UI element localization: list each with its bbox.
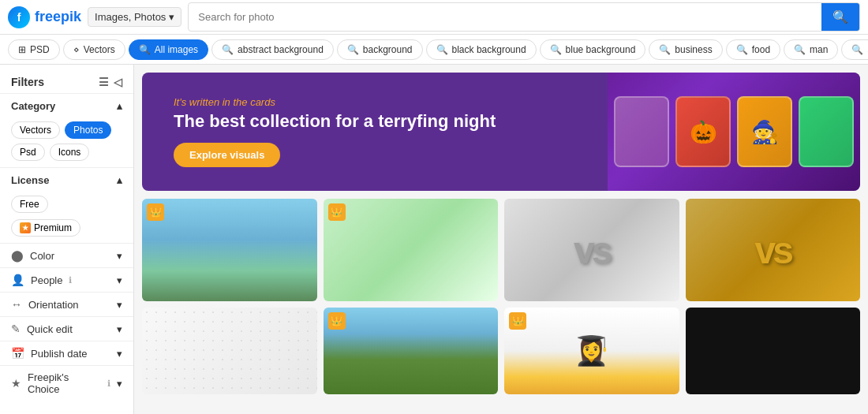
publish-date-label: Publish date <box>31 348 88 360</box>
tab-man-label: man <box>810 44 828 55</box>
quick-edit-label: Quick edit <box>27 323 73 335</box>
tab-vectors-label: Vectors <box>84 44 115 55</box>
filter-tabs-bar: ⊞ PSD ⋄ Vectors 🔍 All images 🔍 abstract … <box>0 35 868 65</box>
quick-edit-toggle[interactable]: ✎ Quick edit <box>0 317 133 341</box>
premium-crown-icon: ★ <box>20 222 31 233</box>
license-premium-button[interactable]: ★ Premium <box>11 219 80 237</box>
tab-black-bg-label: black background <box>452 44 526 55</box>
vs-gold-text: vs <box>755 229 791 272</box>
black-image <box>686 308 861 394</box>
tab-abstract-bg-label: abstract background <box>238 44 324 55</box>
image-card-building[interactable]: 👑 <box>324 308 499 394</box>
premium-crown-badge-2: 👑 <box>328 203 346 221</box>
green-image <box>324 199 499 301</box>
sidebar-section-people: 👤 People ℹ <box>0 267 133 292</box>
tab-background[interactable]: 🔍 background <box>337 39 423 60</box>
sidebar: Filters ☰ ◁ Category Vectors Photos Psd … <box>0 65 134 414</box>
premium-crown-badge-4: 👑 <box>509 312 526 330</box>
promotional-banner[interactable]: It's written in the cards The best colle… <box>142 73 860 191</box>
premium-label: Premium <box>34 222 72 233</box>
tab-blue-bg[interactable]: 🔍 blue background <box>540 39 646 60</box>
freepiks-choice-chevron-down-icon <box>117 378 122 390</box>
food-icon: 🔍 <box>736 44 748 55</box>
license-tags: Free ★ Premium <box>11 196 122 237</box>
orientation-chevron-down-icon <box>117 299 122 311</box>
dots-pattern <box>142 308 317 394</box>
tab-vectors[interactable]: ⋄ Vectors <box>63 39 125 60</box>
category-label: Category <box>11 100 55 112</box>
banner-image-area: 🎃 🧙 <box>608 73 860 191</box>
tab-black-bg[interactable]: 🔍 black background <box>426 39 537 60</box>
tab-business[interactable]: 🔍 business <box>649 39 722 60</box>
color-label: Color <box>30 250 54 262</box>
psd-icon: ⊞ <box>18 44 26 55</box>
image-grid-row1: 👑 👑 vs vs <box>142 199 860 301</box>
search-input[interactable] <box>189 6 821 28</box>
main-layout: Filters ☰ ◁ Category Vectors Photos Psd … <box>0 65 868 414</box>
color-icon: ⬤ <box>11 249 24 262</box>
tab-all-images[interactable]: 🔍 All images <box>129 39 208 60</box>
quick-edit-chevron-down-icon <box>117 323 122 335</box>
tab-business-label: business <box>675 44 712 55</box>
sidebar-section-category: Category Vectors Photos Psd Icons <box>0 93 133 167</box>
license-free-button[interactable]: Free <box>11 196 48 213</box>
search-type-label: Images, Photos <box>95 11 166 23</box>
license-toggle[interactable]: License <box>0 168 133 192</box>
tab-blue-bg-label: blue background <box>566 44 636 55</box>
banner-explore-button[interactable]: Explore visuals <box>174 143 280 167</box>
orientation-icon: ↔ <box>11 298 22 311</box>
premium-crown-badge-1: 👑 <box>147 203 164 221</box>
tab-psd-label: PSD <box>30 44 50 55</box>
sidebar-collapse-button[interactable]: ☰ ◁ <box>99 76 122 88</box>
sidebar-section-license: License Free ★ Premium <box>0 167 133 243</box>
collapse-icon: ◁ <box>114 76 122 88</box>
man-icon: 🔍 <box>794 44 806 55</box>
search-type-selector[interactable]: Images, Photos ▾ <box>88 7 181 27</box>
banner-subtitle: It's written in the cards <box>174 96 496 108</box>
image-card-black[interactable] <box>686 308 861 394</box>
people-label: People <box>31 274 62 286</box>
category-tag-psd[interactable]: Psd <box>11 144 45 161</box>
category-tag-icons[interactable]: Icons <box>50 144 90 161</box>
people-toggle[interactable]: 👤 People ℹ <box>0 268 133 292</box>
freepiks-choice-info-icon: ℹ <box>107 379 110 389</box>
sidebar-section-color: ⬤ Color <box>0 243 133 267</box>
image-card-graduate[interactable]: 👩‍🎓 👑 <box>504 308 679 394</box>
tab-background-label: background <box>363 44 413 55</box>
freepiks-choice-toggle[interactable]: ★ Freepik's Choice ℹ <box>0 366 133 401</box>
business-icon: 🔍 <box>659 44 671 55</box>
logo-text: freepik <box>35 9 81 25</box>
publish-date-toggle[interactable]: 📅 Publish date <box>0 341 133 365</box>
freepiks-choice-icon: ★ <box>11 377 21 390</box>
tab-food[interactable]: 🔍 food <box>726 39 780 60</box>
category-toggle[interactable]: Category <box>0 94 133 118</box>
vs-silver-text: vs <box>574 229 609 272</box>
category-tag-vectors[interactable]: Vectors <box>11 121 60 139</box>
color-toggle[interactable]: ⬤ Color <box>0 244 133 267</box>
chevron-down-icon: ▾ <box>169 11 174 23</box>
image-card-sky[interactable]: 👑 <box>142 199 317 301</box>
search-button[interactable]: 🔍 <box>821 3 859 31</box>
license-content: Free ★ Premium <box>0 192 133 243</box>
graduate-image: 👩‍🎓 <box>504 308 679 394</box>
orientation-toggle[interactable]: ↔ Orientation <box>0 293 133 316</box>
tab-psd[interactable]: ⊞ PSD <box>8 39 60 60</box>
image-card-dots[interactable] <box>142 308 317 394</box>
vectors-icon: ⋄ <box>73 44 80 55</box>
logo[interactable]: f freepik <box>8 6 81 28</box>
banner-cards-bg: 🎃 🧙 <box>608 73 860 191</box>
category-tag-photos[interactable]: Photos <box>65 121 111 139</box>
image-card-vs-gold[interactable]: vs <box>686 199 861 301</box>
category-content: Vectors Photos Psd Icons <box>0 118 133 167</box>
tab-abstract-bg[interactable]: 🔍 abstract background <box>211 39 334 60</box>
tab-man[interactable]: 🔍 man <box>784 39 838 60</box>
image-card-vs-silver[interactable]: vs <box>504 199 679 301</box>
tab-all-images-label: All images <box>155 44 198 55</box>
sky-image <box>142 199 317 301</box>
image-card-green[interactable]: 👑 <box>324 199 499 301</box>
vs-gold-image: vs <box>686 199 861 301</box>
publish-date-chevron-down-icon <box>117 348 122 360</box>
filters-label: Filters <box>11 76 44 88</box>
license-label: License <box>11 174 49 186</box>
tab-sky[interactable]: 🔍 sky <box>841 39 868 60</box>
